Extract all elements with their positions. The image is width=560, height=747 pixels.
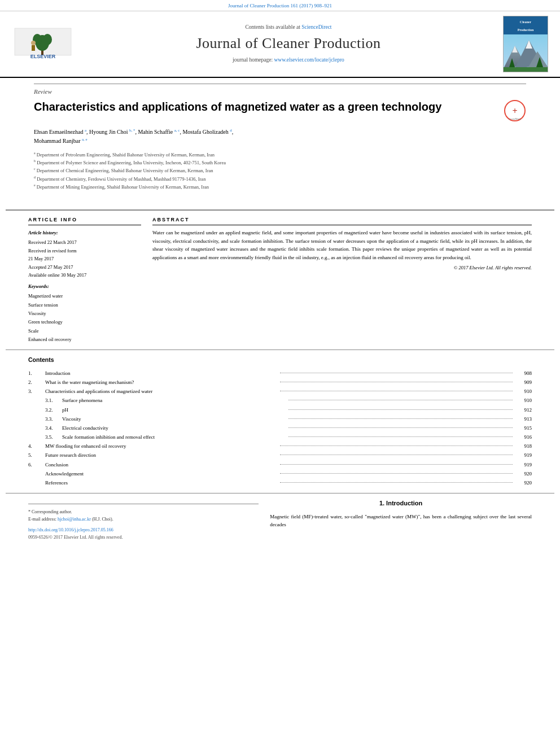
contents-available: Contents lists available at ScienceDirec… bbox=[245, 24, 331, 31]
toc-item-3-3: 3.3. Viscosity 913 bbox=[28, 414, 532, 423]
crossmark-logo: + CrossMark bbox=[504, 99, 526, 122]
toc-item-4: 4. MW flooding for enhanced oil recovery… bbox=[28, 442, 532, 451]
svg-text:ELSEVIER: ELSEVIER bbox=[30, 54, 56, 59]
email-link[interactable]: hjchoi@inha.ac.kr bbox=[58, 517, 91, 522]
toc-item-3-2: 3.2. pH 912 bbox=[28, 405, 532, 414]
keyword-3: Viscosity bbox=[28, 309, 141, 318]
cover-title-line2: Production bbox=[518, 28, 534, 32]
doi-link: http://dx.doi.org/10.1016/j.jclepro.2017… bbox=[28, 527, 259, 533]
article-info-panel: ARTICLE INFO Article history: Received 2… bbox=[28, 216, 141, 344]
abstract-text: Water can be magnetized under an applied… bbox=[152, 229, 532, 261]
elsevier-logo-area: ELSEVIER bbox=[9, 16, 77, 72]
abstract-panel: ABSTRACT Water can be magnetized under a… bbox=[152, 216, 532, 344]
toc-item-3: 3. Characteristics and applications of m… bbox=[28, 387, 532, 396]
svg-point-4 bbox=[43, 34, 52, 45]
affil-d: Department of Chemistry, Ferdowsi Univer… bbox=[37, 176, 205, 182]
cover-title-area: Cleaner Production bbox=[504, 16, 548, 34]
bottom-section: * Corresponding author. E-mail address: … bbox=[6, 493, 554, 552]
svg-text:+: + bbox=[512, 106, 517, 116]
toc-title: Contents bbox=[28, 356, 532, 364]
keyword-6: Enhanced oil recovery bbox=[28, 335, 141, 344]
keyword-5: Scale bbox=[28, 327, 141, 335]
toc-item-3-4: 3.4. Electrical conductivity 915 bbox=[28, 423, 532, 433]
title-section: Characteristics and applications of magn… bbox=[34, 99, 526, 122]
article-type: Review bbox=[34, 84, 526, 96]
available-date: Available online 30 May 2017 bbox=[28, 272, 86, 278]
revised-date: 21 May 2017 bbox=[28, 256, 54, 261]
elsevier-logo: ELSEVIER bbox=[12, 25, 74, 62]
revised-label: Received in revised form bbox=[28, 248, 77, 254]
top-bar: Journal of Cleaner Production 161 (2017)… bbox=[0, 0, 560, 11]
toc-item-1: 1. Introduction 908 bbox=[28, 369, 532, 378]
accepted-date: Accepted 27 May 2017 bbox=[28, 264, 73, 270]
keyword-4: Green technology bbox=[28, 318, 141, 326]
keyword-1: Magnetized water bbox=[28, 292, 141, 300]
cover-title-line1: Cleaner bbox=[520, 20, 531, 24]
keyword-2: Surface tension bbox=[28, 301, 141, 309]
svg-rect-6 bbox=[32, 45, 35, 51]
toc-item-5: 5. Future research direction 919 bbox=[28, 451, 532, 460]
affil-c: Department of Chemical Engineering, Shah… bbox=[37, 168, 213, 173]
svg-text:CrossMark: CrossMark bbox=[509, 117, 522, 120]
toc-item-3-5: 3.5. Scale formation inhibition and remo… bbox=[28, 433, 532, 442]
journal-header: ELSEVIER Contents lists available at Sci… bbox=[0, 11, 560, 78]
intro-title: 1. Introduction bbox=[270, 499, 532, 508]
journal-info: Contents lists available at ScienceDirec… bbox=[77, 16, 500, 72]
article-header: Review Characteristics and applications … bbox=[6, 78, 554, 210]
keywords-list: Magnetized water Surface tension Viscosi… bbox=[28, 292, 141, 344]
received-date: Received 22 March 2017 bbox=[28, 239, 77, 245]
svg-rect-14 bbox=[504, 67, 548, 72]
article-info-title: ARTICLE INFO bbox=[28, 216, 141, 226]
journal-title: Journal of Cleaner Production bbox=[196, 33, 380, 54]
article-dates: Received 22 March 2017 Received in revis… bbox=[28, 238, 141, 279]
journal-cover-image: Cleaner Production bbox=[503, 16, 548, 72]
svg-point-5 bbox=[31, 41, 36, 45]
cover-image bbox=[504, 34, 548, 72]
journal-citation: Journal of Cleaner Production 161 (2017)… bbox=[228, 3, 332, 8]
abstract-title: ABSTRACT bbox=[152, 216, 532, 226]
toc-item-2: 2. What is the water magnetizing mechani… bbox=[28, 378, 532, 387]
copyright-notice: © 2017 Elsevier Ltd. All rights reserved… bbox=[152, 265, 532, 272]
affil-b: Department of Polymer Science and Engine… bbox=[37, 160, 226, 165]
table-of-contents: Contents 1. Introduction 908 2. What is … bbox=[6, 350, 554, 493]
corresponding-author: * Corresponding author. E-mail address: … bbox=[28, 509, 259, 523]
sciencedirect-link[interactable]: ScienceDirect bbox=[301, 24, 331, 30]
toc-item-ref: References 920 bbox=[28, 478, 532, 487]
intro-text: Magnetic field (MF)-treated water, so-ca… bbox=[270, 513, 532, 529]
toc-item-ack: Acknowledgement 920 bbox=[28, 469, 532, 478]
keywords-section: Keywords: Magnetized water Surface tensi… bbox=[28, 283, 141, 344]
issn-text: 0959-6526/© 2017 Elsevier Ltd. All right… bbox=[28, 534, 259, 540]
homepage-link[interactable]: www.elsevier.com/locate/jclepro bbox=[274, 57, 344, 63]
footnote-column: * Corresponding author. E-mail address: … bbox=[28, 499, 270, 540]
info-abstract-section: ARTICLE INFO Article history: Received 2… bbox=[6, 211, 554, 350]
homepage-line: journal homepage: www.elsevier.com/locat… bbox=[233, 56, 344, 64]
introduction-column: 1. Introduction Magnetic field (MF)-trea… bbox=[270, 499, 532, 540]
toc-item-3-1: 3.1. Surface phenomena 910 bbox=[28, 396, 532, 405]
history-label: Article history: bbox=[28, 230, 141, 237]
affil-a: Department of Petroleum Engineering, Sha… bbox=[37, 151, 215, 157]
toc-item-6: 6. Conclusion 919 bbox=[28, 460, 532, 469]
journal-cover-area: Cleaner Production bbox=[500, 16, 551, 72]
article-title: Characteristics and applications of magn… bbox=[34, 99, 492, 114]
affil-e: Department of Mining Engineering, Shahid… bbox=[37, 184, 209, 190]
authors-list: Ehsan Esmaeilnezhad a, Hyoung Jin Choi b… bbox=[34, 128, 526, 146]
affiliations-list: a Department of Petroleum Engineering, S… bbox=[34, 151, 526, 191]
keywords-label: Keywords: bbox=[28, 283, 141, 290]
